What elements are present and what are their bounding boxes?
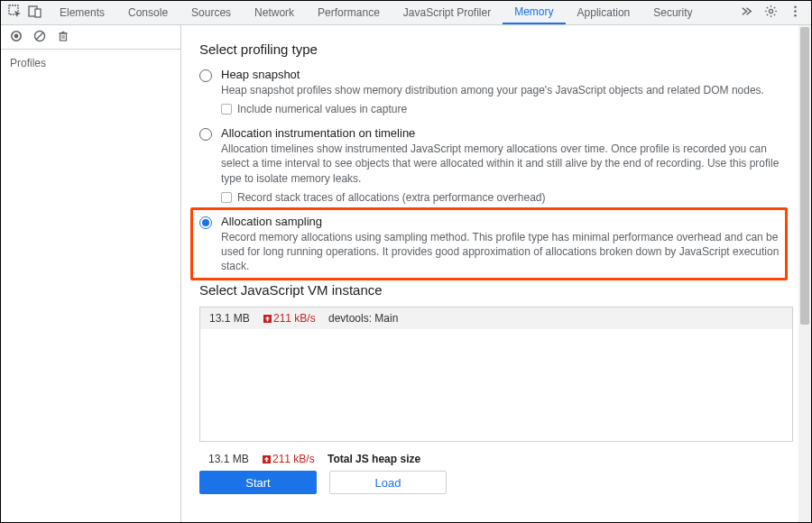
profiling-type-heading: Select profiling type (199, 41, 793, 57)
start-button[interactable]: Start (199, 471, 317, 494)
tab-application[interactable]: Application (566, 1, 642, 24)
heap-summary: 13.1 MB 211 kB/s Total JS heap size (199, 449, 793, 471)
svg-point-14 (794, 14, 796, 16)
inspect-element-icon[interactable] (8, 5, 23, 22)
profiling-option-allocation-instrumentation-on-timeline[interactable]: Allocation instrumentation on timelineAl… (199, 124, 793, 206)
svg-rect-19 (60, 33, 67, 41)
svg-line-11 (774, 7, 775, 8)
profiles-sidebar: Profiles (1, 25, 181, 522)
vertical-scrollbar[interactable] (798, 25, 811, 522)
checkbox-label: Include numerical values in capture (237, 103, 407, 115)
option-description: Record memory allocations using sampling… (221, 230, 793, 274)
option-description: Allocation timelines show instrumented J… (221, 142, 793, 186)
clear-icon[interactable] (33, 30, 46, 45)
vm-instance-list: 13.1 MB 211 kB/s devtools: Main (199, 307, 793, 442)
vm-instance-heading: Select JavaScript VM instance (199, 282, 793, 298)
device-toolbar-icon[interactable] (28, 5, 42, 22)
radio-icon[interactable] (199, 69, 212, 82)
tab-sources[interactable]: Sources (180, 1, 243, 24)
tab-elements[interactable]: Elements (48, 1, 116, 24)
svg-point-13 (794, 10, 796, 12)
vm-instance-row[interactable]: 13.1 MB 211 kB/s devtools: Main (200, 307, 792, 329)
option-title: Allocation instrumentation on timeline (221, 126, 793, 140)
tab-security[interactable]: Security (641, 1, 704, 24)
devtools-body: Profiles Select profiling type Heap snap… (1, 25, 811, 522)
svg-line-9 (774, 14, 775, 15)
svg-point-12 (794, 6, 796, 8)
delete-icon[interactable] (57, 30, 69, 45)
up-arrow-icon (263, 455, 271, 463)
inspect-toggle-group (6, 1, 48, 24)
vm-rate-value: 211 kB/s (273, 312, 316, 325)
svg-point-16 (14, 33, 19, 38)
settings-gear-icon[interactable] (764, 5, 778, 21)
heap-label: Total JS heap size (328, 453, 420, 465)
vm-memory-rate: 211 kB/s (263, 312, 319, 325)
devtools-tabstrip: ElementsConsoleSourcesNetworkPerformance… (1, 1, 811, 25)
tab-javascript-profiler[interactable]: JavaScript Profiler (392, 1, 503, 24)
svg-line-8 (767, 7, 768, 8)
heap-rate-value: 211 kB/s (272, 453, 315, 465)
vm-memory-size: 13.1 MB (209, 312, 254, 325)
tab-console[interactable]: Console (116, 1, 180, 24)
option-title: Allocation sampling (221, 215, 793, 228)
svg-line-10 (767, 14, 768, 15)
option-title: Heap snapshot (221, 68, 793, 81)
option-description: Heap snapshot profiles show memory distr… (221, 83, 793, 97)
checkbox-icon[interactable] (221, 104, 232, 115)
scrollbar-thumb[interactable] (800, 27, 809, 325)
devtools-window: ElementsConsoleSourcesNetworkPerformance… (0, 0, 812, 523)
vm-instance-name: devtools: Main (328, 312, 398, 325)
heap-size: 13.1 MB (208, 453, 254, 465)
panel-tabs: ElementsConsoleSourcesNetworkPerformance… (48, 1, 734, 24)
profiles-toolbar (1, 25, 180, 50)
kebab-menu-icon[interactable] (789, 5, 802, 21)
memory-panel: Select profiling type Heap snapshotHeap … (181, 25, 811, 522)
tab-network[interactable]: Network (243, 1, 306, 24)
load-button[interactable]: Load (329, 471, 447, 494)
profiles-heading: Profiles (1, 50, 180, 77)
checkbox-icon[interactable] (221, 192, 232, 203)
option-checkbox-row[interactable]: Include numerical values in capture (221, 103, 793, 115)
radio-icon[interactable] (199, 216, 212, 229)
action-buttons: Start Load (199, 471, 793, 494)
record-icon[interactable] (10, 30, 23, 45)
tabstrip-overflow (734, 1, 811, 24)
checkbox-label: Record stack traces of allocations (extr… (237, 191, 546, 204)
memory-panel-content: Select profiling type Heap snapshotHeap … (181, 25, 811, 522)
tab-performance[interactable]: Performance (306, 1, 392, 24)
svg-point-3 (769, 9, 772, 13)
svg-line-18 (36, 32, 43, 40)
svg-rect-2 (35, 9, 41, 17)
radio-icon[interactable] (199, 128, 212, 141)
up-arrow-icon (263, 315, 272, 323)
profiling-option-allocation-sampling[interactable]: Allocation samplingRecord memory allocat… (199, 213, 793, 276)
heap-rate: 211 kB/s (263, 453, 318, 465)
more-tabs-icon[interactable] (740, 5, 753, 21)
tab-memory[interactable]: Memory (503, 1, 565, 24)
option-checkbox-row[interactable]: Record stack traces of allocations (extr… (221, 191, 793, 204)
profiling-option-heap-snapshot[interactable]: Heap snapshotHeap snapshot profiles show… (199, 66, 793, 117)
